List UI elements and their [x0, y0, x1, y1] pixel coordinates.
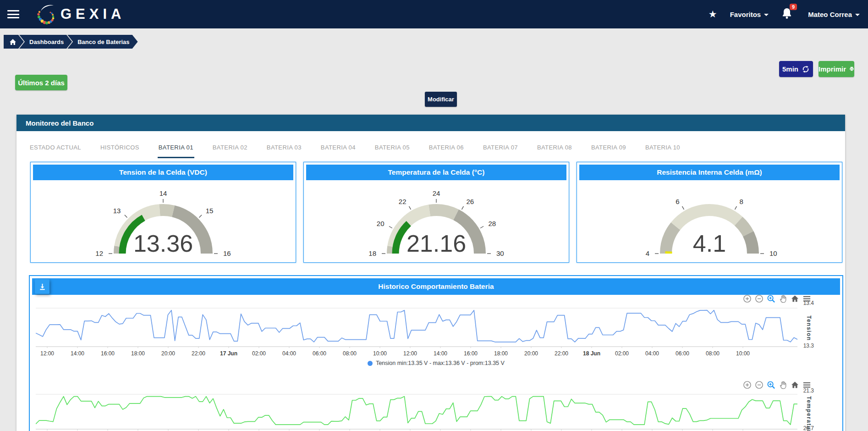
- menu-hamburger-icon[interactable]: [7, 10, 19, 18]
- panel-header: Monitoreo del Banco: [16, 115, 845, 131]
- temperatura-y-max: 21.3: [803, 387, 814, 394]
- tension-y-min: 13.3: [803, 343, 814, 349]
- gauge-value: 13.36: [133, 230, 193, 257]
- x-tick-label: 12:00: [396, 350, 425, 357]
- chevron-down-icon: [764, 14, 769, 16]
- breadcrumb-dashboards[interactable]: Dashboards: [19, 35, 72, 49]
- tab-bateria-01[interactable]: BATERIA 01: [158, 138, 194, 158]
- svg-text:24: 24: [433, 189, 440, 197]
- brand-logo[interactable]: GEXIA: [36, 3, 125, 25]
- x-tick-label: 10:00: [728, 350, 758, 357]
- modify-button[interactable]: Modificar: [425, 92, 457, 107]
- date-range-button[interactable]: Últimos 2 días: [15, 75, 67, 90]
- tab-bateria-02[interactable]: BATERIA 02: [212, 138, 248, 158]
- breadcrumb-home[interactable]: [4, 35, 24, 49]
- x-tick-label: 18:00: [123, 350, 153, 357]
- x-tick-label: 17 Jun: [214, 350, 243, 357]
- gauge-svg: 1820222426283021.16: [329, 180, 544, 259]
- pan-hand-icon[interactable]: [779, 294, 787, 303]
- user-dropdown[interactable]: Mateo Correa: [808, 11, 860, 18]
- breadcrumb-banco-de-baterias[interactable]: Banco de Baterias: [67, 35, 137, 49]
- tab-bateria-07[interactable]: BATERIA 07: [482, 138, 519, 158]
- panel-title: Monitoreo del Banco: [26, 119, 93, 127]
- tab-bateria-06[interactable]: BATERIA 06: [428, 138, 465, 158]
- tab-estado-actual[interactable]: ESTADO ACTUAL: [29, 138, 82, 158]
- print-label: Imprimir: [819, 65, 846, 73]
- x-tick-label: 06:00: [668, 350, 697, 357]
- chart-title: Historico Comportamiento Bateria: [378, 282, 494, 291]
- x-tick-label: 18:00: [486, 350, 516, 357]
- breadcrumb: Dashboards Banco de Baterias: [4, 35, 138, 49]
- x-tick-label: 04:00: [275, 350, 304, 357]
- zoom-in-icon[interactable]: [743, 381, 752, 389]
- refresh-icon: [802, 65, 810, 73]
- x-tick-label: 22:00: [184, 350, 213, 357]
- x-tick-label: 08:00: [698, 350, 727, 357]
- svg-text:20: 20: [377, 220, 385, 227]
- refresh-label: 5min: [782, 65, 798, 73]
- pan-hand-icon[interactable]: [779, 381, 787, 389]
- x-tick-label: 16:00: [456, 350, 485, 357]
- print-button[interactable]: Imprimir: [819, 61, 854, 77]
- printer-icon: [849, 65, 854, 73]
- gauge-body: 1820222426283021.16: [306, 180, 566, 259]
- svg-text:16: 16: [223, 249, 231, 257]
- tab-bateria-10[interactable]: BATERIA 10: [644, 138, 681, 158]
- x-tick-label: 08:00: [335, 350, 364, 357]
- svg-text:15: 15: [206, 207, 214, 215]
- zoom-out-icon[interactable]: [755, 381, 764, 389]
- notifications-bell[interactable]: 9: [781, 7, 792, 21]
- tab-bateria-08[interactable]: BATERIA 08: [536, 138, 573, 158]
- tab-bateria-05[interactable]: BATERIA 05: [374, 138, 411, 158]
- tab-bateria-04[interactable]: BATERIA 04: [320, 138, 357, 158]
- svg-text:28: 28: [488, 220, 496, 227]
- x-tick-label: 16:00: [93, 350, 122, 357]
- monitoring-panel: Monitoreo del Banco ESTADO ACTUALHISTÓRI…: [16, 115, 845, 431]
- selection-zoom-icon[interactable]: [767, 294, 775, 303]
- refresh-interval-button[interactable]: 5min: [779, 61, 813, 77]
- gauges-row: Tension de la Celda (VDC)121314151613.36…: [30, 162, 842, 263]
- navbar: GEXIA ★ Favoritos 9 Mateo Correa: [0, 0, 868, 28]
- x-tick-label: 02:00: [244, 350, 274, 357]
- brand-text: GEXIA: [60, 6, 125, 22]
- svg-text:12: 12: [95, 249, 103, 257]
- panel-tabs: ESTADO ACTUALHISTÓRICOSBATERIA 01BATERIA…: [29, 138, 681, 158]
- temperatura-plot[interactable]: [36, 392, 797, 431]
- gauge-value: 21.16: [407, 230, 466, 257]
- tension-axis-title: Tension: [806, 315, 812, 341]
- gauge-card-0: Tension de la Celda (VDC)121314151613.36: [30, 162, 296, 263]
- download-button[interactable]: [35, 279, 49, 294]
- home-reset-icon[interactable]: [791, 381, 799, 389]
- star-icon[interactable]: ★: [709, 9, 717, 20]
- svg-text:22: 22: [399, 198, 407, 205]
- legend-marker-icon: [368, 361, 373, 366]
- zoom-out-icon[interactable]: [755, 294, 764, 303]
- download-icon: [38, 283, 46, 291]
- chart1-toolbar: [743, 294, 811, 303]
- chart2-toolbar: [743, 381, 811, 389]
- favorites-dropdown[interactable]: Favoritos: [730, 11, 769, 18]
- svg-text:4: 4: [646, 249, 649, 257]
- gauge-svg: 121314151613.36: [55, 180, 271, 259]
- legend-text: Tension min:13.35 V - max:13.36 V - prom…: [376, 360, 505, 366]
- x-tick-label: 10:00: [365, 350, 395, 357]
- tab-bateria-03[interactable]: BATERIA 03: [266, 138, 302, 158]
- tab-históricos[interactable]: HISTÓRICOS: [99, 138, 140, 158]
- temperatura-chart-svg: [36, 392, 797, 431]
- svg-text:30: 30: [496, 249, 504, 257]
- home-reset-icon[interactable]: [791, 294, 799, 303]
- page: GEXIA ★ Favoritos 9 Mateo Correa: [0, 0, 868, 431]
- selection-zoom-icon[interactable]: [767, 381, 775, 389]
- gauge-title: Tension de la Celda (VDC): [33, 165, 293, 180]
- x-tick-label: 02:00: [607, 350, 637, 357]
- tension-plot[interactable]: [36, 305, 797, 348]
- gauge-body: 468104.1: [579, 180, 840, 259]
- chart-header: Historico Comportamiento Bateria: [32, 278, 840, 295]
- zoom-in-icon[interactable]: [743, 294, 752, 303]
- x-tick-label: 22:00: [547, 350, 576, 357]
- chart-legend[interactable]: Tension min:13.35 V - max:13.36 V - prom…: [30, 360, 842, 366]
- svg-text:8: 8: [740, 198, 743, 205]
- tab-bateria-09[interactable]: BATERIA 09: [590, 138, 627, 158]
- svg-text:26: 26: [467, 198, 474, 205]
- svg-text:14: 14: [159, 189, 167, 197]
